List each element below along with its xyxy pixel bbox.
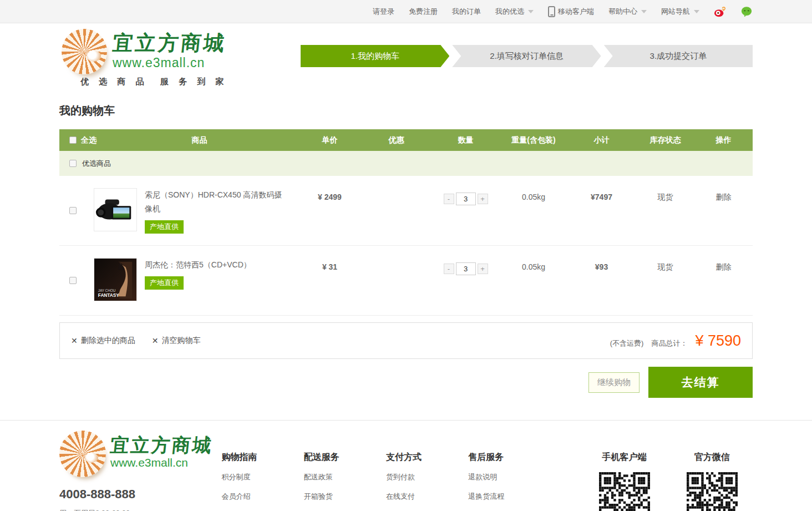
- chevron-down-icon: [641, 10, 647, 13]
- footer-column-shopping-guide: 购物指南 积分制度 会员介绍 购物流程 常见问题: [222, 431, 304, 511]
- item-subtotal: ¥7497: [567, 176, 636, 245]
- cart-section: 我的购物车 全选 商品 单价 优惠 数量 重量(含包装) 小计 库存状态 操作 …: [59, 103, 753, 398]
- item-subtotal: ¥93: [567, 246, 636, 315]
- product-title[interactable]: 索尼（SONY）HDR-CX450 高清数码摄像机: [145, 188, 289, 216]
- cart-group-row: 优选商品: [59, 151, 753, 176]
- column-weight: 重量(含包装): [500, 135, 567, 145]
- top-navigation-bar: 请登录 免费注册 我的订单 我的优选 移动客户端 帮助中心 网站导航: [0, 0, 812, 23]
- register-link[interactable]: 免费注册: [409, 7, 438, 17]
- cart-item-row-jaychou: JAY CHOU FANTASY 周杰伦：范特西5（CD+VCD） 产地直供 ¥…: [59, 246, 753, 316]
- footer-logo-title: 宜立方商城: [109, 431, 215, 456]
- column-operation: 操作: [694, 135, 753, 145]
- footer-logo-domain: www.e3mall.cn: [110, 456, 213, 469]
- site-navigation-label: 网站导航: [661, 7, 690, 17]
- footer-column-after-sales: 售后服务 退款说明 退换货流程 退换货政策 隐私条款: [468, 431, 550, 511]
- quantity-input[interactable]: 3: [456, 193, 476, 205]
- footer-link[interactable]: 配送政策: [304, 472, 386, 482]
- discount-value: [362, 246, 431, 315]
- quantity-increase-button[interactable]: +: [478, 194, 488, 204]
- quantity-increase-button[interactable]: +: [478, 264, 488, 274]
- login-link[interactable]: 请登录: [373, 7, 394, 17]
- footer-link[interactable]: 货到付款: [386, 472, 468, 482]
- nautilus-shell-logo-image: [59, 431, 106, 477]
- site-navigation-menu[interactable]: 网站导航: [661, 7, 699, 17]
- product-title[interactable]: 周杰伦：范特西5（CD+VCD）: [145, 258, 251, 272]
- delete-selected-link[interactable]: ✕ 删除选中的商品: [71, 336, 135, 346]
- column-product: 商品: [101, 135, 298, 145]
- group-label: 优选商品: [82, 159, 111, 169]
- column-stock-status: 库存状态: [636, 135, 694, 145]
- help-center-label: 帮助中心: [608, 7, 637, 17]
- site-footer: 宜立方商城 www.e3mall.cn 4008-888-888 周一至周日8:…: [0, 420, 812, 511]
- footer-link[interactable]: 退换货流程: [468, 492, 550, 502]
- select-all-label: 全选: [81, 135, 97, 145]
- logo-title: 宜立方商城: [111, 32, 227, 54]
- unit-price: ¥ 31: [298, 246, 362, 315]
- x-icon: ✕: [71, 336, 78, 345]
- delete-item-link[interactable]: 删除: [716, 262, 732, 271]
- freight-note: (不含运费): [610, 338, 644, 348]
- footer-column-title: 支付方式: [386, 452, 468, 463]
- item-weight: 0.05kg: [500, 176, 567, 245]
- my-orders-link[interactable]: 我的订单: [452, 7, 481, 17]
- footer-wechat-qr-block: 官方微信: [672, 431, 753, 511]
- product-image-sony-camcorder[interactable]: [94, 188, 137, 231]
- item-checkbox[interactable]: [69, 277, 77, 284]
- footer-column-delivery: 配送服务 配送政策 开箱验货 配送运费 配送范围: [304, 431, 386, 511]
- delete-item-link[interactable]: 删除: [716, 193, 732, 201]
- mobile-client-label: 移动客户端: [558, 7, 594, 17]
- product-image-fantasy-album[interactable]: JAY CHOU FANTASY: [94, 258, 137, 301]
- cart-item-row-sony: 索尼（SONY）HDR-CX450 高清数码摄像机 产地直供 ¥ 2499 - …: [59, 176, 753, 246]
- quantity-decrease-button[interactable]: -: [444, 194, 454, 204]
- clear-cart-label: 清空购物车: [161, 336, 200, 346]
- chevron-down-icon: [528, 10, 534, 13]
- group-checkbox[interactable]: [69, 160, 77, 167]
- logo-slogan: 优 选 商 品 服 务 到 家: [80, 77, 227, 87]
- service-phone-number: 4008-888-888: [59, 487, 222, 502]
- continue-shopping-button[interactable]: 继续购物: [588, 372, 640, 393]
- app-qr-code: [599, 472, 650, 511]
- clear-cart-link[interactable]: ✕ 清空购物车: [152, 336, 201, 346]
- footer-logo[interactable]: 宜立方商城 www.e3mall.cn: [59, 431, 222, 477]
- discount-value: [362, 176, 431, 245]
- wechat-qr-code: [687, 472, 738, 511]
- service-hours: 周一至周日8:00-20:00: [59, 508, 222, 511]
- logo-domain: www.e3mall.cn: [113, 55, 226, 70]
- phone-icon: [548, 6, 555, 17]
- footer-link[interactable]: 在线支付: [386, 492, 468, 502]
- footer-column-title: 购物指南: [222, 452, 304, 463]
- total-value: ¥ 7590: [695, 332, 741, 350]
- footer-link[interactable]: 开箱验货: [304, 492, 386, 502]
- checkout-button[interactable]: 去结算: [648, 367, 753, 398]
- my-favorites-menu[interactable]: 我的优选: [495, 7, 534, 17]
- origin-direct-tag: 产地直供: [145, 276, 184, 290]
- app-qr-label: 手机客户端: [583, 452, 664, 463]
- quantity-input[interactable]: 3: [456, 262, 476, 275]
- quantity-stepper: - 3 +: [444, 262, 488, 275]
- svg-text:JAY CHOU: JAY CHOU: [98, 289, 116, 292]
- mobile-client-link[interactable]: 移动客户端: [548, 6, 594, 17]
- item-checkbox[interactable]: [69, 207, 77, 214]
- step-confirm-order: 2.填写核对订单信息: [452, 45, 601, 67]
- footer-link[interactable]: 积分制度: [222, 472, 304, 482]
- stock-status: 现货: [636, 246, 694, 315]
- total-label: 商品总计：: [651, 338, 687, 348]
- column-subtotal: 小计: [567, 135, 636, 145]
- footer-column-title: 售后服务: [468, 452, 550, 463]
- item-weight: 0.05kg: [500, 246, 567, 315]
- site-header: 宜立方商城 www.e3mall.cn 优 选 商 品 服 务 到 家 1.我的…: [0, 23, 812, 95]
- wechat-icon[interactable]: [740, 6, 753, 18]
- help-center-menu[interactable]: 帮助中心: [608, 7, 647, 17]
- select-all-checkbox[interactable]: [69, 136, 77, 144]
- column-unit-price: 单价: [298, 135, 362, 145]
- quantity-stepper: - 3 +: [444, 193, 488, 205]
- page-title: 我的购物车: [59, 103, 753, 118]
- origin-direct-tag: 产地直供: [145, 220, 184, 234]
- site-logo[interactable]: 宜立方商城 www.e3mall.cn: [62, 29, 226, 74]
- quantity-decrease-button[interactable]: -: [444, 264, 454, 274]
- footer-column-payment: 支付方式 货到付款 在线支付 优选卡 发票制度: [386, 431, 468, 511]
- footer-link[interactable]: 退款说明: [468, 472, 550, 482]
- step-order-submitted: 3.成功提交订单: [604, 45, 753, 67]
- weibo-icon[interactable]: [714, 6, 726, 18]
- footer-link[interactable]: 会员介绍: [222, 492, 304, 502]
